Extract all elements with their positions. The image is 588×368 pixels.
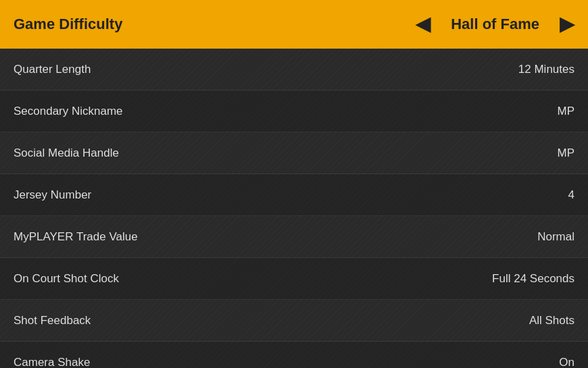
setting-row-value: 12 Minutes bbox=[518, 63, 574, 76]
table-row[interactable]: Quarter Length12 Minutes bbox=[0, 49, 588, 90]
table-row[interactable]: On Court Shot ClockFull 24 Seconds bbox=[0, 258, 588, 300]
setting-row-label: On Court Shot Clock bbox=[14, 272, 119, 286]
current-value-label: Hall of Fame bbox=[451, 16, 539, 33]
setting-row-label: Camera Shake bbox=[14, 356, 90, 369]
table-row[interactable]: Camera ShakeOn bbox=[0, 342, 588, 368]
setting-row-value: All Shots bbox=[529, 314, 574, 327]
game-settings-screen: Game Difficulty ◀ Hall of Fame ▶ Quarter… bbox=[0, 0, 588, 368]
setting-row-label: Quarter Length bbox=[14, 63, 91, 76]
table-row[interactable]: MyPLAYER Trade ValueNormal bbox=[0, 216, 588, 258]
value-selector: ◀ Hall of Fame ▶ bbox=[416, 15, 574, 34]
arrow-left-button[interactable]: ◀ bbox=[416, 15, 431, 34]
setting-row-value: On bbox=[559, 356, 574, 369]
setting-row-label: Secondary Nickname bbox=[14, 105, 123, 118]
setting-row-value: Full 24 Seconds bbox=[492, 272, 574, 286]
table-row[interactable]: Secondary NicknameMP bbox=[0, 90, 588, 132]
setting-row-label: Social Media Handle bbox=[14, 147, 119, 160]
setting-row-value: 4 bbox=[568, 188, 574, 202]
table-row[interactable]: Shot FeedbackAll Shots bbox=[0, 300, 588, 342]
header-bar: Game Difficulty ◀ Hall of Fame ▶ bbox=[0, 0, 588, 49]
arrow-right-button[interactable]: ▶ bbox=[560, 15, 574, 34]
setting-title: Game Difficulty bbox=[14, 16, 122, 33]
table-row[interactable]: Social Media HandleMP bbox=[0, 132, 588, 174]
setting-row-value: Normal bbox=[537, 230, 574, 244]
setting-row-label: Jersey Number bbox=[14, 188, 91, 202]
setting-row-label: Shot Feedback bbox=[14, 314, 91, 327]
settings-list: Quarter Length12 MinutesSecondary Nickna… bbox=[0, 49, 588, 368]
setting-row-label: MyPLAYER Trade Value bbox=[14, 230, 138, 244]
setting-row-value: MP bbox=[558, 147, 575, 160]
setting-row-value: MP bbox=[558, 105, 575, 118]
table-row[interactable]: Jersey Number4 bbox=[0, 174, 588, 216]
